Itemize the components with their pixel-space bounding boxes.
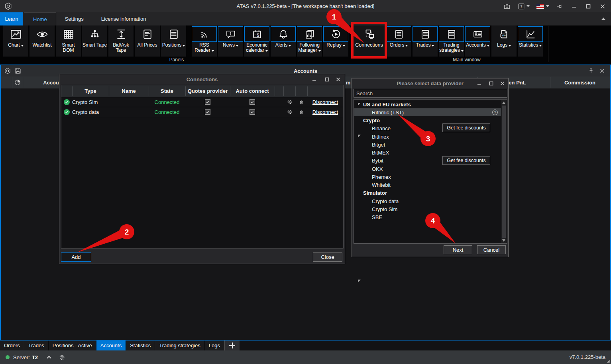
tree-group-crypto[interactable]: Crypto bbox=[354, 116, 501, 124]
tree-item-bitmex[interactable]: BitMEX bbox=[354, 149, 501, 157]
tree-scrollbar[interactable] bbox=[501, 100, 507, 243]
add-button[interactable]: Add bbox=[61, 252, 91, 262]
ribbon-button-chart[interactable]: Chart bbox=[3, 25, 28, 57]
tree-item-rithmic-tst[interactable]: Rithmic (TST)? bbox=[354, 108, 501, 116]
pin-icon[interactable] bbox=[588, 68, 594, 74]
tree-item-phemex[interactable]: Phemex bbox=[354, 173, 501, 181]
column-header-auto-connect[interactable]: Auto connect bbox=[230, 85, 275, 97]
help-circle-icon[interactable]: ? bbox=[492, 110, 498, 115]
ribbon-button-accounts[interactable]: Accounts bbox=[465, 25, 490, 57]
pin-on-top-button[interactable] bbox=[555, 2, 564, 11]
tree-group-simulator[interactable]: Simulator bbox=[354, 189, 501, 197]
tab-trades[interactable]: Trades bbox=[24, 341, 49, 350]
ribbon-button-news[interactable]: News bbox=[218, 25, 243, 57]
ribbon-button-all-prices[interactable]: All Prices bbox=[135, 25, 160, 57]
language-menu-button[interactable] bbox=[536, 2, 550, 11]
ribbon-button-economic-calendar[interactable]: $ Economic calendar bbox=[244, 25, 269, 57]
search-input[interactable] bbox=[354, 89, 507, 98]
ribbon-button-logs[interactable]: LOG Logs bbox=[491, 25, 517, 57]
chevron-up-icon[interactable] bbox=[47, 356, 51, 360]
settings-gear-icon[interactable] bbox=[287, 99, 293, 105]
tree-item-okx[interactable]: OKX bbox=[354, 165, 501, 173]
tree-expander-icon[interactable] bbox=[358, 280, 361, 282]
ribbon-button-smart-tape[interactable]: Smart Tape bbox=[82, 25, 107, 57]
resize-grip[interactable] bbox=[607, 360, 610, 363]
next-button[interactable]: Next bbox=[444, 245, 472, 254]
scrollbar-thumb[interactable] bbox=[502, 106, 506, 238]
tab-accounts[interactable]: Accounts bbox=[96, 341, 126, 350]
column-header-quotes-provider[interactable]: Quotes provider bbox=[185, 85, 230, 97]
ribbon-button-bid-ask-tape[interactable]: Bid/Ask Tape bbox=[108, 25, 134, 57]
column-header-commission[interactable]: Commission bbox=[550, 76, 610, 88]
ribbon-button-trades[interactable]: Trades bbox=[413, 25, 438, 57]
help-menu-button[interactable]: ? bbox=[517, 2, 530, 11]
add-tab-button[interactable] bbox=[224, 341, 240, 350]
settings-gear-icon[interactable] bbox=[59, 354, 65, 361]
tab-settings[interactable]: Settings bbox=[56, 12, 92, 25]
ribbon-button-connections[interactable]: Connections bbox=[353, 25, 385, 57]
tab-home[interactable]: Home bbox=[24, 12, 56, 25]
tree-item-whitebit[interactable]: Whitebit bbox=[354, 181, 501, 189]
scroll-down-icon[interactable] bbox=[502, 239, 505, 242]
quotes-provider-checkbox[interactable] bbox=[205, 99, 210, 105]
get-fee-discounts-button[interactable]: Get fee discounts bbox=[442, 156, 490, 165]
ribbon-button-following-manager[interactable]: Following Manager bbox=[297, 25, 322, 57]
close-button[interactable] bbox=[334, 76, 342, 83]
server-value[interactable]: T2 bbox=[32, 354, 38, 360]
settings-gear-icon[interactable] bbox=[287, 109, 293, 115]
ribbon-button-statistics[interactable]: Statistics bbox=[518, 25, 543, 57]
tree-item-crypto-data[interactable]: Crypto data bbox=[354, 197, 501, 205]
ribbon-button-rss-reader[interactable]: RSS Reader bbox=[192, 25, 217, 57]
minimize-button[interactable] bbox=[310, 76, 318, 83]
connection-row[interactable]: Crypto Sim Connected Disconnect bbox=[61, 97, 343, 107]
ribbon-button-trading-strategies[interactable]: Trading strategies bbox=[439, 25, 464, 57]
collapse-ribbon-icon[interactable] bbox=[601, 18, 605, 20]
tree-item-sbe[interactable]: SBE bbox=[354, 213, 501, 221]
ribbon-button-watchlist[interactable]: Watchlist bbox=[29, 25, 55, 57]
maximize-button[interactable] bbox=[323, 76, 330, 83]
quotes-provider-checkbox[interactable] bbox=[205, 109, 210, 115]
screenshot-camera-button[interactable] bbox=[503, 2, 511, 11]
tree-group-us-eu-markets[interactable]: US and EU markets bbox=[354, 100, 501, 108]
tab-logs[interactable]: Logs bbox=[205, 341, 224, 350]
cancel-button[interactable]: Cancel bbox=[477, 245, 506, 254]
maximize-button[interactable] bbox=[584, 2, 593, 11]
minimize-button[interactable] bbox=[475, 80, 483, 87]
ribbon-button-replay[interactable]: Replay bbox=[323, 25, 348, 57]
get-fee-discounts-button[interactable]: Get fee discounts bbox=[442, 123, 490, 132]
disconnect-link[interactable]: Disconnect bbox=[312, 99, 338, 105]
learn-button[interactable]: Learn bbox=[0, 12, 23, 25]
disconnect-link[interactable]: Disconnect bbox=[312, 109, 338, 115]
close-icon[interactable] bbox=[600, 68, 605, 73]
close-button[interactable] bbox=[598, 2, 607, 11]
column-header-state[interactable]: State bbox=[149, 85, 185, 97]
tab-statistics[interactable]: Statistics bbox=[126, 341, 155, 350]
tree-item-bitget[interactable]: Bitget bbox=[354, 141, 501, 149]
maximize-button[interactable] bbox=[487, 80, 495, 87]
close-button[interactable] bbox=[499, 80, 506, 87]
ribbon-button-smart-dom[interactable]: Smart DOM bbox=[56, 25, 81, 57]
tab-license-information[interactable]: License information bbox=[92, 12, 155, 25]
column-header-type[interactable]: Type bbox=[72, 85, 109, 97]
ribbon-button-alerts[interactable]: Alerts bbox=[271, 25, 296, 57]
save-icon[interactable] bbox=[14, 67, 22, 74]
auto-connect-checkbox[interactable] bbox=[250, 109, 255, 115]
pie-chart-icon[interactable] bbox=[14, 78, 22, 86]
tree-item-crypto-sim[interactable]: Crypto Sim bbox=[354, 205, 501, 213]
ribbon-button-positions[interactable]: Positions bbox=[161, 25, 186, 57]
tree-item-bitfinex[interactable]: Bitfinex bbox=[354, 133, 501, 141]
tab-trading-strategies[interactable]: Trading strategies bbox=[155, 341, 205, 350]
ribbon-button-orders[interactable]: Orders bbox=[386, 25, 411, 57]
tab-orders[interactable]: Orders bbox=[0, 341, 24, 350]
connection-row[interactable]: Crypto data Connected Disconnect bbox=[61, 107, 343, 117]
delete-trash-icon[interactable] bbox=[299, 99, 304, 105]
column-header-account[interactable]: Accou bbox=[24, 76, 59, 88]
auto-connect-checkbox[interactable] bbox=[250, 99, 255, 105]
column-header-name[interactable]: Name bbox=[109, 85, 149, 97]
delete-trash-icon[interactable] bbox=[299, 109, 304, 115]
scroll-up-icon[interactable] bbox=[502, 102, 505, 104]
close-dialog-button[interactable]: Close bbox=[313, 252, 342, 262]
tree-expander-icon[interactable] bbox=[358, 103, 361, 106]
minimize-button[interactable] bbox=[570, 2, 578, 11]
tab-positions-active[interactable]: Positions - Active bbox=[49, 341, 96, 350]
